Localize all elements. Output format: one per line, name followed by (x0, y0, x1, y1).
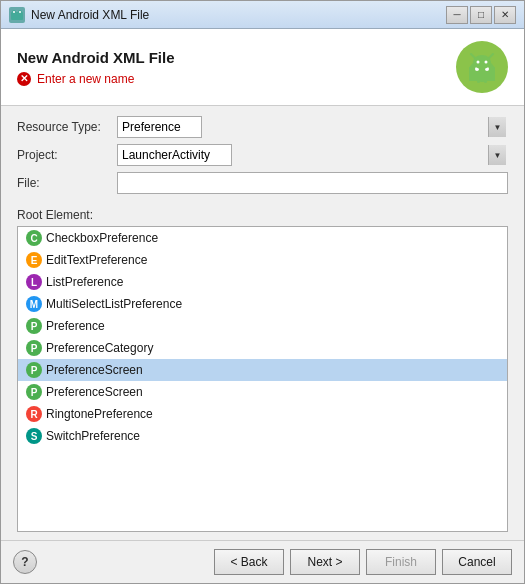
badge-p: P (26, 318, 42, 334)
svg-rect-6 (469, 67, 495, 81)
project-row: Project: LauncherActivity ▼ (17, 144, 508, 166)
list-item-text: Preference (46, 319, 105, 333)
badge-s: S (26, 428, 42, 444)
list-item[interactable]: M MultiSelectListPreference (18, 293, 507, 315)
dialog-header: New Android XML File ✕ Enter a new name (1, 29, 524, 106)
svg-point-16 (477, 61, 480, 64)
svg-rect-11 (469, 68, 472, 76)
header-subtitle: ✕ Enter a new name (17, 72, 175, 86)
main-window: New Android XML File ─ □ ✕ New Android X… (0, 0, 525, 584)
finish-button[interactable]: Finish (366, 549, 436, 575)
badge-r: R (26, 406, 42, 422)
list-item-text: PreferenceScreen (46, 385, 143, 399)
resource-type-select[interactable]: Preference (117, 116, 202, 138)
window-controls: ─ □ ✕ (446, 6, 516, 24)
title-bar: New Android XML File ─ □ ✕ (1, 1, 524, 29)
list-item-text: ListPreference (46, 275, 123, 289)
root-element-list[interactable]: C CheckboxPreference E EditTextPreferenc… (17, 226, 508, 532)
help-button[interactable]: ? (13, 550, 37, 574)
badge-l: L (26, 274, 42, 290)
close-button[interactable]: ✕ (494, 6, 516, 24)
list-item[interactable]: P PreferenceCategory (18, 337, 507, 359)
list-item[interactable]: L ListPreference (18, 271, 507, 293)
badge-e: E (26, 252, 42, 268)
svg-line-9 (471, 54, 475, 58)
footer-left: ? (13, 550, 37, 574)
project-label: Project: (17, 148, 117, 162)
resource-type-select-wrapper: Preference ▼ (117, 116, 508, 138)
list-item-text: EditTextPreference (46, 253, 147, 267)
list-item-text: PreferenceScreen (46, 363, 143, 377)
cancel-button[interactable]: Cancel (442, 549, 512, 575)
root-element-label: Root Element: (17, 208, 508, 222)
badge-p: P (26, 340, 42, 356)
list-item-text: PreferenceCategory (46, 341, 153, 355)
svg-rect-14 (484, 77, 487, 83)
list-item[interactable]: P PreferenceScreen (18, 381, 507, 403)
project-dropdown-arrow: ▼ (488, 145, 506, 165)
resource-type-row: Resource Type: Preference ▼ (17, 116, 508, 138)
svg-rect-12 (492, 68, 495, 76)
dialog-content: New Android XML File ✕ Enter a new name (1, 29, 524, 583)
next-button[interactable]: Next > (290, 549, 360, 575)
window-icon (9, 7, 25, 23)
footer-buttons: < Back Next > Finish Cancel (214, 549, 512, 575)
dialog-footer: ? < Back Next > Finish Cancel (1, 540, 524, 583)
list-item-selected[interactable]: P PreferenceScreen (18, 359, 507, 381)
file-label: File: (17, 176, 117, 190)
file-input[interactable] (117, 172, 508, 194)
error-icon: ✕ (17, 72, 31, 86)
window-title: New Android XML File (31, 8, 446, 22)
svg-point-4 (19, 11, 21, 13)
resource-type-label: Resource Type: (17, 120, 117, 134)
list-item-text: MultiSelectListPreference (46, 297, 182, 311)
badge-p: P (26, 384, 42, 400)
android-logo (456, 41, 508, 93)
resource-type-dropdown-arrow: ▼ (488, 117, 506, 137)
form-section: Resource Type: Preference ▼ Project: Lau… (1, 106, 524, 204)
dialog-title: New Android XML File (17, 49, 175, 66)
svg-rect-13 (477, 77, 480, 83)
list-item-text: CheckboxPreference (46, 231, 158, 245)
list-item[interactable]: R RingtonePreference (18, 403, 507, 425)
project-select-wrapper: LauncherActivity ▼ (117, 144, 508, 166)
error-message: Enter a new name (37, 72, 134, 86)
svg-point-3 (13, 11, 15, 13)
badge-m: M (26, 296, 42, 312)
svg-point-17 (485, 61, 488, 64)
project-select[interactable]: LauncherActivity (117, 144, 232, 166)
minimize-button[interactable]: ─ (446, 6, 468, 24)
root-element-section: Root Element: C CheckboxPreference E Edi… (1, 204, 524, 540)
badge-p: P (26, 362, 42, 378)
list-item[interactable]: S SwitchPreference (18, 425, 507, 447)
badge-c: C (26, 230, 42, 246)
list-item[interactable]: P Preference (18, 315, 507, 337)
svg-line-10 (489, 54, 493, 58)
list-item-text: SwitchPreference (46, 429, 140, 443)
list-item-text: RingtonePreference (46, 407, 153, 421)
back-button[interactable]: < Back (214, 549, 284, 575)
list-item[interactable]: C CheckboxPreference (18, 227, 507, 249)
file-row: File: (17, 172, 508, 194)
svg-point-15 (473, 55, 491, 69)
header-left: New Android XML File ✕ Enter a new name (17, 49, 175, 86)
android-icon (464, 49, 500, 85)
list-item[interactable]: E EditTextPreference (18, 249, 507, 271)
maximize-button[interactable]: □ (470, 6, 492, 24)
